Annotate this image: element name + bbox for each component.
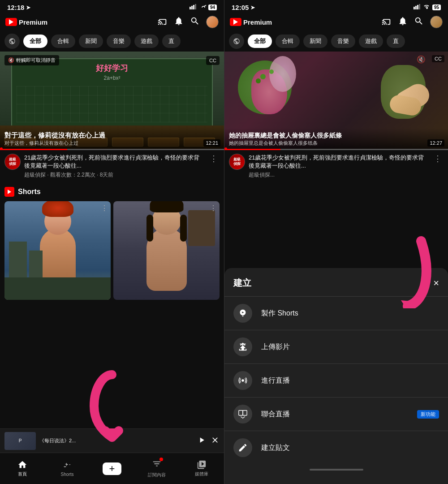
nav-badge — [159, 458, 163, 461]
short-card-more-2[interactable]: ⋮ — [210, 204, 217, 212]
duration-badge-right: 12:27 — [427, 139, 444, 147]
chip-music[interactable]: 音樂 — [107, 35, 131, 48]
create-item-live[interactable]: 進行直播 — [224, 364, 448, 397]
svg-rect-1 — [191, 6, 193, 9]
explore-chip[interactable] — [4, 34, 20, 49]
video-meta-right: 21歲花季少女被判死刑，死前強烈要求進行貞潔檢驗，奇怪的要求背後竟藏著一段心酸往… — [249, 154, 428, 179]
make-shorts-icon — [233, 304, 252, 323]
live-icon — [233, 371, 252, 390]
chip-news-right[interactable]: 新聞 — [303, 35, 327, 48]
channel-avatar-1[interactable]: 超級偵探 — [4, 154, 21, 170]
duration-badge-1: 12:21 — [203, 139, 220, 147]
top-bar-icons-right[interactable] — [382, 16, 443, 28]
channel-avatar-right[interactable]: 超級偵探 — [229, 154, 245, 170]
video-meta-1: 21歲花季少女被判死刑，死前強烈要求進行貞潔檢驗，奇怪的要求背後竟藏著一段心酸往… — [24, 154, 204, 179]
nav-add[interactable]: + — [90, 462, 134, 475]
video-thumbnail-1[interactable]: 好好学习 2a+bx² 🔇 輕觸即可取消靜音 CC 對于這些，修 — [0, 52, 224, 150]
bottom-handle — [310, 469, 363, 471]
short-card-2[interactable]: ⋮ — [113, 201, 220, 300]
svg-rect-2 — [193, 5, 194, 9]
category-bar-right: 全部 合輯 新聞 音樂 遊戲 直 — [224, 31, 448, 52]
post-label: 建立貼文 — [261, 443, 439, 453]
shorts-section: Shorts ⋮ — [0, 182, 224, 302]
mini-close-button[interactable] — [211, 436, 220, 446]
mute-icon: 🔇 — [8, 57, 14, 63]
nav-subscriptions[interactable]: 訂閱內容 — [134, 459, 179, 478]
svg-rect-6 — [415, 6, 417, 9]
video-subtitle-overlay-1: 对于这些，修莉从没有放在心上过 — [4, 140, 220, 147]
battery-badge-right: 95 — [432, 4, 441, 10]
search-icon[interactable] — [190, 16, 200, 28]
signal-icon-right — [414, 4, 421, 11]
shorts-label: Shorts — [18, 188, 41, 196]
mute-icon-right[interactable]: 🔇 — [417, 55, 426, 64]
bell-icon-right[interactable] — [398, 16, 408, 28]
chip-music-right[interactable]: 音樂 — [331, 35, 355, 48]
live-label: 進行直播 — [261, 376, 439, 385]
add-button[interactable]: + — [103, 462, 121, 475]
svg-point-10 — [241, 379, 244, 382]
more-button-1[interactable]: ⋮ — [208, 154, 220, 164]
video-overlay-top-1: 🔇 輕觸即可取消靜音 CC — [0, 52, 224, 69]
shorts-grid: ⋮ ⋮ — [4, 201, 220, 300]
chip-live[interactable]: 直 — [162, 35, 181, 48]
category-bar-left: 全部 合輯 新聞 音樂 遊戲 直 — [0, 31, 224, 52]
avatar-left[interactable] — [206, 16, 219, 28]
chalk-math: 2a+bx² — [103, 75, 120, 81]
chip-live-right[interactable]: 直 — [387, 35, 405, 48]
shorts-icon — [4, 187, 14, 197]
chip-news[interactable]: 新聞 — [79, 35, 103, 48]
short-card-1[interactable]: ⋮ — [4, 201, 111, 300]
video-meta-sub-right: 超級偵探... — [249, 171, 428, 179]
create-item-collab[interactable]: 聯合直播 新功能 — [224, 398, 448, 431]
chip-gaming[interactable]: 遊戲 — [134, 35, 159, 48]
cc-button[interactable]: CC — [206, 56, 220, 65]
red-dot-1 — [0, 147, 3, 150]
avatar-right[interactable] — [430, 16, 443, 28]
create-close-button[interactable]: × — [433, 277, 439, 289]
short-card-more-1[interactable]: ⋮ — [101, 204, 108, 212]
more-button-right[interactable]: ⋮ — [432, 154, 444, 164]
nav-home[interactable]: 首頁 — [0, 460, 45, 477]
video-meta-title-right: 21歲花季少女被判死刑，死前強烈要求進行貞潔檢驗，奇怪的要求背後竟藏著一段心酸往… — [249, 154, 428, 170]
chip-playlist-right[interactable]: 合輯 — [276, 35, 300, 48]
video-title-overlay-1: 對于這些，修莉從沒有放在心上過 — [4, 131, 220, 140]
video-title-overlay-right: 她的抽屜裏總是會被人偷偷塞人很多紙條 — [229, 132, 444, 140]
shorts-header: Shorts — [4, 187, 220, 197]
chip-all[interactable]: 全部 — [23, 35, 47, 48]
bottom-nav-left: 首頁 Shorts + 訂閱內容 媒體庫 — [0, 453, 224, 484]
cast-icon[interactable] — [158, 16, 168, 28]
collab-icon — [233, 405, 252, 424]
nav-shorts[interactable]: Shorts — [45, 461, 90, 477]
nav-library[interactable]: 媒體庫 — [179, 460, 224, 477]
cast-icon-right[interactable] — [382, 16, 392, 28]
status-time-left: 12:18 ➤ — [7, 4, 30, 11]
post-icon — [233, 438, 252, 457]
upload-icon — [233, 337, 252, 356]
create-item-make-shorts[interactable]: 製作 Shorts — [224, 297, 448, 330]
svg-rect-5 — [414, 7, 415, 9]
collab-label: 聯合直播 — [261, 410, 408, 419]
create-item-post[interactable]: 建立貼文 — [224, 431, 448, 464]
status-bar-right: 12:05 ➤ 95 — [224, 0, 448, 13]
create-item-upload[interactable]: 上傳影片 — [224, 330, 448, 363]
video-overlay-bottom-1: 對于這些，修莉從沒有放在心上過 对于这些，修莉从没有放在心上过 — [0, 128, 224, 150]
video-thumbnail-right[interactable]: 🔇 CC 她的抽屜裏總是會被人偷偷塞人很多紙條 她的抽屉里总是会被人偷偷塞人很多… — [224, 52, 448, 150]
chip-all-right[interactable]: 全部 — [248, 35, 272, 48]
svg-rect-8 — [419, 4, 420, 9]
status-icons-left: 94 — [190, 4, 217, 11]
svg-rect-12 — [243, 411, 247, 415]
search-icon-right[interactable] — [414, 16, 424, 28]
chip-gaming-right[interactable]: 遊戲 — [359, 35, 383, 48]
chip-playlist[interactable]: 合輯 — [51, 35, 75, 48]
battery-badge-left: 94 — [208, 4, 217, 10]
status-time-right: 12:05 ➤ — [232, 4, 255, 11]
mini-play-button[interactable] — [197, 436, 206, 446]
top-bar-icons-left[interactable] — [158, 16, 219, 28]
bell-icon[interactable] — [174, 16, 184, 28]
mini-player[interactable]: P 《每日说法》2... — [0, 428, 224, 453]
cc-badge-right[interactable]: CC — [432, 55, 444, 62]
explore-chip-right[interactable] — [229, 34, 244, 49]
mini-player-title: 《每日说法》2... — [39, 437, 194, 444]
mini-thumb-img: P — [4, 432, 36, 450]
